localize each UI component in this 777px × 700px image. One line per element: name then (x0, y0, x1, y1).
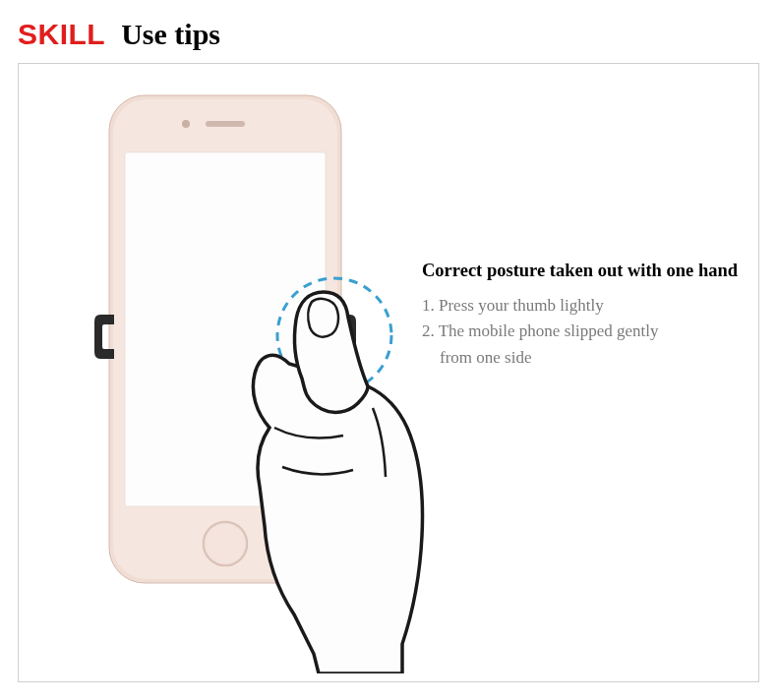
illustration (58, 93, 412, 654)
svg-rect-3 (206, 121, 245, 127)
svg-point-4 (182, 120, 190, 128)
instructions-block: Correct posture taken out with one hand … (422, 261, 756, 371)
instruction-step-1: 1. Press your thumb lightly (422, 293, 756, 319)
instruction-step-2: 2. The mobile phone slipped gently (422, 319, 756, 344)
instruction-step-2-cont: from one side (422, 345, 756, 371)
header: SKILL Use tips (0, 0, 777, 63)
holder-clip-left-icon (92, 310, 114, 364)
content-panel: Correct posture taken out with one hand … (18, 63, 759, 682)
instruction-title: Correct posture taken out with one hand (422, 261, 756, 281)
skill-badge: SKILL (18, 18, 105, 51)
page-subtitle: Use tips (121, 18, 220, 51)
